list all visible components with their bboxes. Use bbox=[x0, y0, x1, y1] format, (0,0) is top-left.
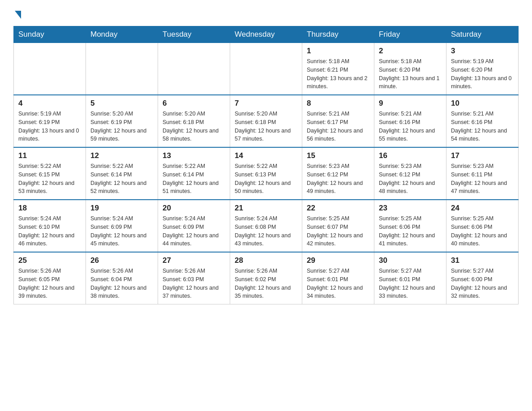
day-number: 25 bbox=[18, 256, 81, 265]
calendar-cell: 10Sunrise: 5:21 AMSunset: 6:16 PMDayligh… bbox=[446, 95, 519, 147]
day-number: 14 bbox=[235, 151, 297, 160]
calendar-cell: 5Sunrise: 5:20 AMSunset: 6:19 PMDaylight… bbox=[86, 95, 158, 147]
calendar-week-3: 11Sunrise: 5:22 AMSunset: 6:15 PMDayligh… bbox=[14, 147, 519, 200]
weekday-header-friday: Friday bbox=[374, 26, 446, 43]
day-info: Sunrise: 5:25 AMSunset: 6:06 PMDaylight:… bbox=[451, 214, 514, 248]
day-info: Sunrise: 5:19 AMSunset: 6:19 PMDaylight:… bbox=[18, 110, 81, 143]
weekday-header-tuesday: Tuesday bbox=[158, 26, 230, 43]
day-number: 11 bbox=[18, 151, 81, 160]
day-number: 1 bbox=[307, 47, 369, 56]
day-number: 30 bbox=[379, 256, 442, 265]
calendar-cell: 22Sunrise: 5:25 AMSunset: 6:07 PMDayligh… bbox=[302, 200, 374, 252]
calendar-cell: 1Sunrise: 5:18 AMSunset: 6:21 PMDaylight… bbox=[302, 43, 374, 95]
day-info: Sunrise: 5:22 AMSunset: 6:15 PMDaylight:… bbox=[18, 162, 81, 196]
calendar-cell bbox=[86, 43, 158, 95]
calendar-cell: 24Sunrise: 5:25 AMSunset: 6:06 PMDayligh… bbox=[446, 200, 519, 252]
day-info: Sunrise: 5:19 AMSunset: 6:20 PMDaylight:… bbox=[451, 57, 514, 91]
calendar-cell: 17Sunrise: 5:23 AMSunset: 6:11 PMDayligh… bbox=[446, 147, 519, 200]
calendar-cell: 8Sunrise: 5:21 AMSunset: 6:17 PMDaylight… bbox=[302, 95, 374, 147]
calendar-cell: 16Sunrise: 5:23 AMSunset: 6:12 PMDayligh… bbox=[374, 147, 446, 200]
calendar-cell: 29Sunrise: 5:27 AMSunset: 6:01 PMDayligh… bbox=[302, 252, 374, 304]
day-info: Sunrise: 5:22 AMSunset: 6:14 PMDaylight:… bbox=[90, 162, 153, 196]
day-info: Sunrise: 5:27 AMSunset: 6:01 PMDaylight:… bbox=[307, 267, 369, 300]
day-info: Sunrise: 5:24 AMSunset: 6:08 PMDaylight:… bbox=[235, 214, 297, 248]
calendar-cell: 18Sunrise: 5:24 AMSunset: 6:10 PMDayligh… bbox=[14, 200, 86, 252]
day-info: Sunrise: 5:26 AMSunset: 6:04 PMDaylight:… bbox=[90, 267, 153, 300]
calendar-cell: 21Sunrise: 5:24 AMSunset: 6:08 PMDayligh… bbox=[230, 200, 302, 252]
day-number: 28 bbox=[235, 256, 297, 265]
calendar-cell: 7Sunrise: 5:20 AMSunset: 6:18 PMDaylight… bbox=[230, 95, 302, 147]
day-info: Sunrise: 5:22 AMSunset: 6:14 PMDaylight:… bbox=[163, 162, 225, 196]
day-number: 20 bbox=[163, 204, 225, 213]
day-number: 27 bbox=[163, 256, 225, 265]
calendar-cell: 3Sunrise: 5:19 AMSunset: 6:20 PMDaylight… bbox=[446, 43, 519, 95]
day-number: 26 bbox=[90, 256, 153, 265]
calendar-cell: 4Sunrise: 5:19 AMSunset: 6:19 PMDaylight… bbox=[14, 95, 86, 147]
calendar-cell: 28Sunrise: 5:26 AMSunset: 6:02 PMDayligh… bbox=[230, 252, 302, 304]
day-info: Sunrise: 5:20 AMSunset: 6:18 PMDaylight:… bbox=[163, 110, 225, 143]
day-info: Sunrise: 5:18 AMSunset: 6:20 PMDaylight:… bbox=[379, 57, 442, 91]
day-info: Sunrise: 5:25 AMSunset: 6:07 PMDaylight:… bbox=[307, 214, 369, 248]
calendar-cell: 19Sunrise: 5:24 AMSunset: 6:09 PMDayligh… bbox=[86, 200, 158, 252]
day-number: 6 bbox=[163, 99, 225, 108]
calendar-cell: 9Sunrise: 5:21 AMSunset: 6:16 PMDaylight… bbox=[374, 95, 446, 147]
calendar-cell: 12Sunrise: 5:22 AMSunset: 6:14 PMDayligh… bbox=[86, 147, 158, 200]
calendar-week-5: 25Sunrise: 5:26 AMSunset: 6:05 PMDayligh… bbox=[14, 252, 519, 304]
day-number: 7 bbox=[235, 99, 297, 108]
calendar-cell: 26Sunrise: 5:26 AMSunset: 6:04 PMDayligh… bbox=[86, 252, 158, 304]
day-number: 9 bbox=[379, 99, 442, 108]
day-number: 15 bbox=[307, 151, 369, 160]
calendar-cell: 14Sunrise: 5:22 AMSunset: 6:13 PMDayligh… bbox=[230, 147, 302, 200]
day-info: Sunrise: 5:21 AMSunset: 6:16 PMDaylight:… bbox=[451, 110, 514, 143]
weekday-header-monday: Monday bbox=[86, 26, 158, 43]
calendar-header-row: SundayMondayTuesdayWednesdayThursdayFrid… bbox=[14, 26, 519, 43]
calendar-cell: 11Sunrise: 5:22 AMSunset: 6:15 PMDayligh… bbox=[14, 147, 86, 200]
weekday-header-wednesday: Wednesday bbox=[230, 26, 302, 43]
day-info: Sunrise: 5:25 AMSunset: 6:06 PMDaylight:… bbox=[379, 214, 442, 248]
day-number: 23 bbox=[379, 204, 442, 213]
day-number: 10 bbox=[451, 99, 514, 108]
calendar-table: SundayMondayTuesdayWednesdayThursdayFrid… bbox=[13, 26, 519, 304]
calendar-cell bbox=[158, 43, 230, 95]
day-number: 3 bbox=[451, 47, 514, 56]
day-number: 19 bbox=[90, 204, 153, 213]
weekday-header-saturday: Saturday bbox=[446, 26, 519, 43]
day-info: Sunrise: 5:22 AMSunset: 6:13 PMDaylight:… bbox=[235, 162, 297, 196]
day-number: 21 bbox=[235, 204, 297, 213]
calendar-cell: 6Sunrise: 5:20 AMSunset: 6:18 PMDaylight… bbox=[158, 95, 230, 147]
day-info: Sunrise: 5:21 AMSunset: 6:17 PMDaylight:… bbox=[307, 110, 369, 143]
calendar-cell: 30Sunrise: 5:27 AMSunset: 6:01 PMDayligh… bbox=[374, 252, 446, 304]
calendar-cell bbox=[14, 43, 86, 95]
day-number: 4 bbox=[18, 99, 81, 108]
day-number: 31 bbox=[451, 256, 514, 265]
day-number: 24 bbox=[451, 204, 514, 213]
day-number: 18 bbox=[18, 204, 81, 213]
day-number: 17 bbox=[451, 151, 514, 160]
day-info: Sunrise: 5:20 AMSunset: 6:19 PMDaylight:… bbox=[90, 110, 153, 143]
calendar-week-4: 18Sunrise: 5:24 AMSunset: 6:10 PMDayligh… bbox=[14, 200, 519, 252]
calendar-cell: 27Sunrise: 5:26 AMSunset: 6:03 PMDayligh… bbox=[158, 252, 230, 304]
calendar-week-2: 4Sunrise: 5:19 AMSunset: 6:19 PMDaylight… bbox=[14, 95, 519, 147]
day-info: Sunrise: 5:23 AMSunset: 6:12 PMDaylight:… bbox=[307, 162, 369, 196]
day-info: Sunrise: 5:23 AMSunset: 6:11 PMDaylight:… bbox=[451, 162, 514, 196]
day-info: Sunrise: 5:26 AMSunset: 6:05 PMDaylight:… bbox=[18, 267, 81, 300]
calendar-cell: 31Sunrise: 5:27 AMSunset: 6:00 PMDayligh… bbox=[446, 252, 519, 304]
calendar-cell bbox=[230, 43, 302, 95]
calendar-cell: 2Sunrise: 5:18 AMSunset: 6:20 PMDaylight… bbox=[374, 43, 446, 95]
day-info: Sunrise: 5:23 AMSunset: 6:12 PMDaylight:… bbox=[379, 162, 442, 196]
day-number: 16 bbox=[379, 151, 442, 160]
day-info: Sunrise: 5:20 AMSunset: 6:18 PMDaylight:… bbox=[235, 110, 297, 143]
weekday-header-sunday: Sunday bbox=[14, 26, 86, 43]
calendar-week-1: 1Sunrise: 5:18 AMSunset: 6:21 PMDaylight… bbox=[14, 43, 519, 95]
calendar-cell: 25Sunrise: 5:26 AMSunset: 6:05 PMDayligh… bbox=[14, 252, 86, 304]
weekday-header-thursday: Thursday bbox=[302, 26, 374, 43]
day-number: 12 bbox=[90, 151, 153, 160]
day-number: 8 bbox=[307, 99, 369, 108]
logo-arrow-icon bbox=[15, 11, 21, 19]
logo bbox=[13, 9, 21, 19]
calendar-cell: 13Sunrise: 5:22 AMSunset: 6:14 PMDayligh… bbox=[158, 147, 230, 200]
day-info: Sunrise: 5:21 AMSunset: 6:16 PMDaylight:… bbox=[379, 110, 442, 143]
day-number: 22 bbox=[307, 204, 369, 213]
day-info: Sunrise: 5:27 AMSunset: 6:00 PMDaylight:… bbox=[451, 267, 514, 300]
day-info: Sunrise: 5:18 AMSunset: 6:21 PMDaylight:… bbox=[307, 57, 369, 91]
